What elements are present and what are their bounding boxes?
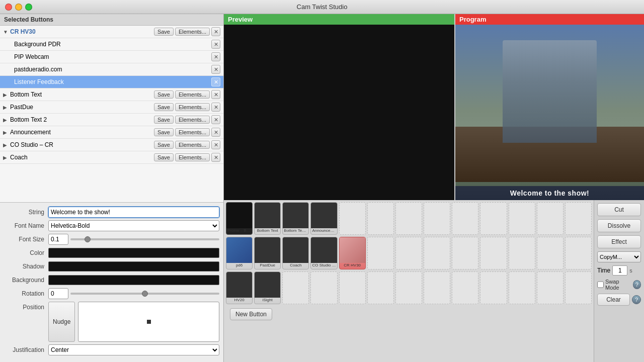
new-button-button[interactable]: New Button bbox=[230, 308, 272, 320]
scene-toggle-icon[interactable]: ▶ bbox=[3, 142, 8, 147]
color-preview[interactable] bbox=[48, 248, 219, 258]
elements-button[interactable]: Elements... bbox=[175, 116, 210, 124]
grid-button-empty-27[interactable] bbox=[537, 272, 564, 304]
remove-sub-button[interactable]: ✕ bbox=[211, 52, 220, 61]
scene-item-announcement[interactable]: ▶ Announcement Save Elements... ✕ bbox=[0, 126, 223, 139]
remove-button[interactable]: ✕ bbox=[211, 27, 220, 36]
scene-toggle-icon[interactable]: ▶ bbox=[3, 92, 8, 97]
grid-button-empty-23[interactable] bbox=[424, 272, 450, 304]
remove-button[interactable]: ✕ bbox=[211, 103, 220, 112]
maximize-button[interactable] bbox=[25, 4, 32, 11]
scene-list[interactable]: ▼ CR HV30 Save Elements... ✕ Background … bbox=[0, 26, 223, 202]
remove-sub-button[interactable]: ✕ bbox=[211, 77, 220, 86]
scene-item-background-pdr[interactable]: Background PDR ✕ bbox=[0, 38, 223, 51]
grid-button-empty-11[interactable] bbox=[395, 237, 422, 269]
scene-item-cr-hv30[interactable]: ▼ CR HV30 Save Elements... ✕ bbox=[0, 26, 223, 38]
scene-item-bottom-text[interactable]: ▶ Bottom Text Save Elements... ✕ bbox=[0, 88, 223, 101]
scene-item-listener-feedback[interactable]: Listener Feedback ✕ bbox=[0, 76, 223, 88]
grid-button-hv20[interactable]: HV20 bbox=[226, 272, 253, 304]
remove-sub-button[interactable]: ✕ bbox=[211, 40, 220, 49]
save-button[interactable]: Save bbox=[154, 153, 174, 161]
grid-button-empty-28[interactable] bbox=[565, 272, 592, 304]
cut-button[interactable]: Cut bbox=[597, 203, 641, 216]
elements-button[interactable]: Elements... bbox=[175, 141, 210, 149]
rotation-slider[interactable] bbox=[70, 293, 219, 295]
save-button[interactable]: Save bbox=[154, 116, 174, 124]
scene-item-co-studio[interactable]: ▶ CO Studio – CR Save Elements... ✕ bbox=[0, 139, 223, 151]
save-button[interactable]: Save bbox=[154, 28, 174, 36]
grid-button-empty-9[interactable] bbox=[565, 202, 592, 235]
elements-button[interactable]: Elements... bbox=[175, 153, 210, 161]
swap-mode-checkbox[interactable] bbox=[597, 281, 604, 288]
grid-button-empty-4[interactable] bbox=[424, 202, 450, 235]
string-input[interactable] bbox=[48, 207, 219, 218]
save-button[interactable]: Save bbox=[154, 90, 174, 99]
position-area[interactable] bbox=[78, 302, 219, 342]
font-name-select[interactable]: Helvetica-Bold Helvetica Arial bbox=[48, 220, 219, 231]
font-size-input[interactable] bbox=[48, 234, 68, 245]
nudge-button[interactable]: Nudge bbox=[48, 302, 75, 342]
scene-toggle-icon[interactable]: ▶ bbox=[3, 105, 8, 110]
grid-button-pastdue[interactable]: PastDue bbox=[254, 237, 281, 269]
grid-button-empty-20[interactable] bbox=[339, 272, 366, 304]
clear-help-button[interactable]: ? bbox=[632, 295, 641, 304]
grid-button-empty-17[interactable] bbox=[565, 237, 592, 269]
scene-toggle-icon[interactable]: ▶ bbox=[3, 155, 8, 160]
background-preview[interactable] bbox=[48, 275, 219, 285]
grid-button-empty-15[interactable] bbox=[509, 237, 535, 269]
rotation-input[interactable] bbox=[48, 288, 68, 299]
grid-button-empty-10[interactable] bbox=[367, 237, 394, 269]
grid-button-empty-3[interactable] bbox=[395, 202, 422, 235]
elements-button[interactable]: Elements... bbox=[175, 103, 210, 111]
scene-item-pip-webcam[interactable]: PIP Webcam ✕ bbox=[0, 51, 223, 63]
grid-button-empty-24[interactable] bbox=[452, 272, 478, 304]
grid-button-promo-bottom[interactable]: Promo – Bottom bbox=[226, 202, 253, 235]
grid-button-cr-hv30[interactable]: CR HV30 bbox=[339, 237, 366, 269]
grid-button-empty-13[interactable] bbox=[452, 237, 478, 269]
grid-button-empty-6[interactable] bbox=[480, 202, 507, 235]
grid-button-pd6[interactable]: pd6 bbox=[226, 237, 253, 269]
effect-button[interactable]: Effect bbox=[597, 235, 641, 248]
elements-button[interactable]: Elements... bbox=[175, 28, 210, 36]
grid-button-empty-8[interactable] bbox=[537, 202, 564, 235]
time-input[interactable] bbox=[612, 265, 627, 276]
remove-button[interactable]: ✕ bbox=[211, 90, 220, 99]
swap-help-button[interactable]: ? bbox=[633, 280, 641, 289]
scene-item-pastdue[interactable]: ▶ PastDue Save Elements... ✕ bbox=[0, 101, 223, 114]
grid-button-empty-21[interactable] bbox=[367, 272, 394, 304]
font-size-slider[interactable] bbox=[70, 238, 219, 240]
grid-button-empty-19[interactable] bbox=[310, 272, 337, 304]
save-button[interactable]: Save bbox=[154, 103, 174, 111]
grid-button-isight[interactable]: iSight bbox=[254, 272, 281, 304]
save-button[interactable]: Save bbox=[154, 141, 174, 149]
grid-button-empty-18[interactable] bbox=[282, 272, 309, 304]
grid-button-announcement[interactable]: Announcement bbox=[310, 202, 337, 235]
close-button[interactable] bbox=[5, 4, 12, 11]
remove-button[interactable]: ✕ bbox=[211, 153, 220, 162]
clear-button[interactable]: Clear bbox=[597, 294, 630, 306]
scene-item-pastdue-radio[interactable]: pastdueradio.com ✕ bbox=[0, 63, 223, 76]
grid-button-bottom-text-2[interactable]: Bottom Text 2 bbox=[282, 202, 309, 235]
grid-button-bottom-text[interactable]: Bottom Text bbox=[254, 202, 281, 235]
grid-button-empty-25[interactable] bbox=[480, 272, 507, 304]
minimize-button[interactable] bbox=[15, 4, 22, 11]
grid-button-empty-22[interactable] bbox=[395, 272, 422, 304]
elements-button[interactable]: Elements... bbox=[175, 128, 210, 136]
scene-item-bottom-text-2[interactable]: ▶ Bottom Text 2 Save Elements... ✕ bbox=[0, 114, 223, 126]
grid-button-empty-2[interactable] bbox=[367, 202, 394, 235]
remove-sub-button[interactable]: ✕ bbox=[211, 65, 220, 74]
remove-button[interactable]: ✕ bbox=[211, 115, 220, 124]
scene-toggle-icon[interactable]: ▼ bbox=[3, 29, 8, 34]
grid-button-coach[interactable]: Coach bbox=[282, 237, 309, 269]
grid-button-empty-26[interactable] bbox=[509, 272, 535, 304]
copy-select[interactable]: CopyM... bbox=[597, 251, 641, 262]
save-button[interactable]: Save bbox=[154, 128, 174, 136]
scene-toggle-icon[interactable]: ▶ bbox=[3, 117, 8, 122]
remove-button[interactable]: ✕ bbox=[211, 140, 220, 149]
scene-toggle-icon[interactable]: ▶ bbox=[3, 130, 8, 135]
justification-select[interactable]: Center Left Right bbox=[48, 344, 219, 355]
grid-button-empty-7[interactable] bbox=[509, 202, 535, 235]
dissolve-button[interactable]: Dissolve bbox=[597, 219, 641, 232]
shadow-preview[interactable] bbox=[48, 261, 219, 272]
grid-button-empty-14[interactable] bbox=[480, 237, 507, 269]
